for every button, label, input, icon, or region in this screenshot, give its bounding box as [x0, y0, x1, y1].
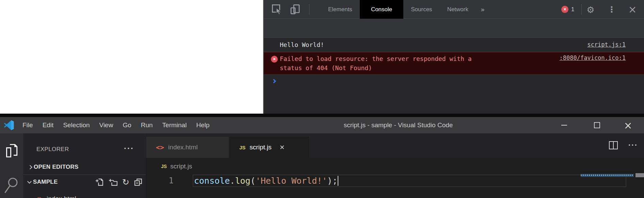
- js-file-icon: JS: [161, 164, 167, 169]
- breadcrumb[interactable]: JS script.js: [146, 158, 644, 175]
- editor-actions: ···: [609, 141, 638, 150]
- devtools-close-icon[interactable]: [627, 3, 638, 15]
- devtools-tabbar: Elements Console Sources Network » × 1: [264, 0, 644, 19]
- prompt-chevron-icon: [272, 79, 276, 83]
- open-editors-label: OPEN EDITORS: [34, 164, 79, 170]
- devtools-panel: Elements Console Sources Network » × 1: [263, 0, 644, 114]
- html-file-icon: <>: [156, 143, 164, 151]
- devtools-tabs: Elements Console Sources Network »: [321, 0, 489, 19]
- console-error-text: Failed to load resource: the server resp…: [280, 54, 477, 72]
- editor-more-icon[interactable]: ···: [628, 141, 638, 150]
- console-messages: Hello World! script.js:1 × Failed to loa…: [264, 38, 644, 114]
- minimap[interactable]: [581, 174, 634, 177]
- file-item-index-html[interactable]: <> index.html: [23, 191, 146, 198]
- tab-index-html[interactable]: <> index.html: [146, 137, 229, 158]
- explorer-title: EXPLORER: [36, 146, 69, 153]
- menu-selection[interactable]: Selection: [58, 117, 94, 133]
- menu-terminal[interactable]: Terminal: [158, 117, 192, 133]
- open-editors-section[interactable]: OPEN EDITORS: [23, 160, 146, 174]
- line-number: 1: [155, 175, 174, 187]
- window-close-button[interactable]: [620, 117, 636, 133]
- tab-elements[interactable]: Elements: [321, 0, 360, 19]
- vscode-logo-icon: [3, 120, 14, 131]
- file-item-label: index.html: [47, 195, 76, 198]
- error-icon: ×: [271, 56, 278, 63]
- menu-view[interactable]: View: [95, 117, 118, 133]
- explorer-header: EXPLORER ···: [23, 143, 146, 156]
- tab-label: index.html: [168, 144, 198, 151]
- html-file-icon: <>: [35, 195, 43, 198]
- search-activity-icon[interactable]: [0, 177, 23, 195]
- divider: [309, 4, 309, 15]
- text-cursor: [338, 176, 338, 186]
- menu-edit[interactable]: Edit: [38, 117, 59, 133]
- inspect-element-icon[interactable]: [271, 4, 282, 15]
- tab-network[interactable]: Network: [440, 0, 476, 19]
- window-title: script.js - sample - Visual Studio Code: [328, 121, 468, 129]
- tab-label: script.js: [249, 144, 271, 151]
- error-count-badge[interactable]: × 1: [561, 6, 574, 13]
- tab-script-js[interactable]: JS script.js ×: [229, 137, 309, 158]
- folder-section-sample[interactable]: SAMPLE ↻: [23, 175, 146, 189]
- explorer-sidebar: EXPLORER ··· OPEN EDITORS SAMPLE: [23, 133, 146, 198]
- minimize-button[interactable]: [556, 117, 572, 133]
- code-line-1[interactable]: console.log('Hello World!');: [194, 175, 338, 187]
- editor-group: <> index.html JS script.js × ···: [146, 133, 644, 198]
- refresh-icon[interactable]: ↻: [122, 178, 129, 186]
- new-folder-icon[interactable]: [109, 178, 118, 187]
- divider: [581, 4, 582, 15]
- token-string: 'Hello World!': [256, 176, 327, 186]
- vscode-body: EXPLORER ··· OPEN EDITORS SAMPLE: [0, 133, 644, 198]
- console-toolbar: top Default levels: [264, 19, 644, 38]
- devtools-settings-icon[interactable]: [585, 5, 596, 15]
- console-error-row: × Failed to load resource: the server re…: [264, 52, 644, 75]
- split-editor-icon[interactable]: [609, 141, 618, 150]
- vscode-titlebar: File Edit Selection View Go Run Terminal…: [0, 117, 644, 133]
- breadcrumb-file: script.js: [170, 163, 192, 170]
- token-close: );: [327, 176, 337, 186]
- menu-help[interactable]: Help: [191, 117, 214, 133]
- menu-go[interactable]: Go: [118, 117, 136, 133]
- tab-sources[interactable]: Sources: [403, 0, 439, 19]
- collapse-all-icon[interactable]: [134, 178, 143, 187]
- new-file-icon[interactable]: [95, 178, 104, 187]
- screenshot-root: Elements Console Sources Network » × 1: [0, 0, 644, 198]
- console-prompt[interactable]: [264, 75, 644, 88]
- tab-console[interactable]: Console: [360, 0, 403, 19]
- explorer-activity-icon[interactable]: [0, 143, 23, 159]
- vscode-window: File Edit Selection View Go Run Terminal…: [0, 114, 644, 198]
- tab-close-icon[interactable]: ×: [280, 143, 285, 152]
- chevron-down-icon: [27, 179, 32, 184]
- editor-scrollbar-thumb[interactable]: [635, 173, 644, 177]
- browser-window: Elements Console Sources Network » × 1: [0, 0, 644, 114]
- more-tabs-icon[interactable]: »: [476, 0, 489, 19]
- maximize-button[interactable]: [589, 117, 605, 133]
- menubar: File Edit Selection View Go Run Terminal…: [18, 117, 214, 133]
- explorer-more-icon[interactable]: ···: [124, 144, 134, 153]
- console-error-source-link[interactable]: :8080/favicon.ico:1: [560, 54, 626, 61]
- token-dot: .: [230, 176, 235, 186]
- token-object: console: [194, 176, 230, 186]
- js-file-icon: JS: [239, 145, 245, 150]
- browser-viewport: [0, 0, 263, 114]
- devtools-menu-icon[interactable]: [608, 5, 615, 14]
- error-badge-icon: ×: [561, 6, 568, 13]
- device-toolbar-icon[interactable]: [290, 4, 301, 15]
- menu-file[interactable]: File: [18, 117, 38, 133]
- explorer-actions: ↻: [95, 175, 143, 189]
- token-method: log: [235, 176, 250, 186]
- window-top-edge: [0, 114, 644, 117]
- chevron-right-icon: [28, 165, 32, 169]
- console-log-text: Hello World!: [280, 41, 324, 48]
- error-badge-count: 1: [571, 6, 574, 13]
- menu-run[interactable]: Run: [136, 117, 158, 133]
- activity-bar: [0, 133, 23, 198]
- token-open-paren: (: [251, 176, 256, 186]
- console-log-source-link[interactable]: script.js:1: [587, 41, 626, 48]
- console-log-row: Hello World! script.js:1: [264, 38, 644, 52]
- editor-tabbar: <> index.html JS script.js × ···: [146, 133, 644, 158]
- folder-name-label: SAMPLE: [33, 179, 58, 185]
